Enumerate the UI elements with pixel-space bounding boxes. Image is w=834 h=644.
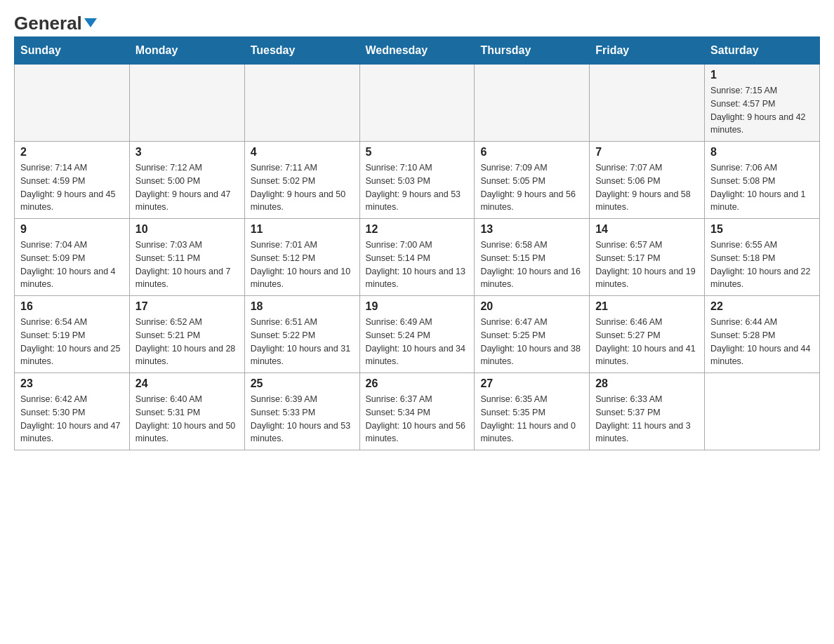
calendar-week-3: 9Sunrise: 7:04 AM Sunset: 5:09 PM Daylig… [15,219,820,296]
day-info: Sunrise: 6:42 AM Sunset: 5:30 PM Dayligh… [20,393,124,445]
calendar-cell: 9Sunrise: 7:04 AM Sunset: 5:09 PM Daylig… [15,219,130,296]
weekday-header-row: SundayMondayTuesdayWednesdayThursdayFrid… [15,37,820,65]
calendar-week-5: 23Sunrise: 6:42 AM Sunset: 5:30 PM Dayli… [15,373,820,450]
calendar-cell: 23Sunrise: 6:42 AM Sunset: 5:30 PM Dayli… [15,373,130,450]
calendar-cell: 28Sunrise: 6:33 AM Sunset: 5:37 PM Dayli… [590,373,705,450]
calendar-cell: 19Sunrise: 6:49 AM Sunset: 5:24 PM Dayli… [359,296,475,373]
logo-triangle-icon [84,18,97,27]
calendar-cell: 2Sunrise: 7:14 AM Sunset: 4:59 PM Daylig… [15,142,130,219]
day-info: Sunrise: 7:14 AM Sunset: 4:59 PM Dayligh… [20,161,124,214]
day-number: 17 [135,300,239,313]
calendar-cell [15,65,130,142]
calendar-cell [705,373,820,450]
calendar-cell [244,65,359,142]
day-info: Sunrise: 6:54 AM Sunset: 5:19 PM Dayligh… [20,316,124,368]
calendar-cell: 10Sunrise: 7:03 AM Sunset: 5:11 PM Dayli… [129,219,244,296]
calendar-cell: 13Sunrise: 6:58 AM Sunset: 5:15 PM Dayli… [475,219,590,296]
calendar-week-2: 2Sunrise: 7:14 AM Sunset: 4:59 PM Daylig… [15,142,820,219]
weekday-header-friday: Friday [590,37,705,65]
calendar-table: SundayMondayTuesdayWednesdayThursdayFrid… [14,36,820,450]
calendar-cell: 6Sunrise: 7:09 AM Sunset: 5:05 PM Daylig… [475,142,590,219]
day-info: Sunrise: 6:33 AM Sunset: 5:37 PM Dayligh… [595,393,699,445]
day-info: Sunrise: 6:58 AM Sunset: 5:15 PM Dayligh… [480,239,583,291]
day-number: 8 [710,146,814,159]
day-info: Sunrise: 7:07 AM Sunset: 5:06 PM Dayligh… [595,161,699,214]
logo: General [14,14,97,29]
day-number: 25 [251,377,354,390]
day-info: Sunrise: 7:11 AM Sunset: 5:02 PM Dayligh… [251,161,354,214]
logo-main-text: General [14,14,97,32]
calendar-cell: 17Sunrise: 6:52 AM Sunset: 5:21 PM Dayli… [129,296,244,373]
calendar-cell: 21Sunrise: 6:46 AM Sunset: 5:27 PM Dayli… [590,296,705,373]
calendar-cell: 14Sunrise: 6:57 AM Sunset: 5:17 PM Dayli… [590,219,705,296]
day-info: Sunrise: 6:40 AM Sunset: 5:31 PM Dayligh… [135,393,239,445]
calendar-cell: 20Sunrise: 6:47 AM Sunset: 5:25 PM Dayli… [475,296,590,373]
calendar-cell: 5Sunrise: 7:10 AM Sunset: 5:03 PM Daylig… [359,142,475,219]
day-number: 26 [366,377,469,390]
day-number: 22 [710,300,814,313]
day-number: 20 [480,300,583,313]
day-number: 10 [135,223,239,236]
day-info: Sunrise: 7:01 AM Sunset: 5:12 PM Dayligh… [251,239,354,291]
calendar-cell [475,65,590,142]
weekday-header-sunday: Sunday [15,37,130,65]
day-number: 7 [595,146,699,159]
day-number: 23 [20,377,124,390]
day-info: Sunrise: 7:09 AM Sunset: 5:05 PM Dayligh… [480,161,583,214]
calendar-cell: 22Sunrise: 6:44 AM Sunset: 5:28 PM Dayli… [705,296,820,373]
calendar-week-4: 16Sunrise: 6:54 AM Sunset: 5:19 PM Dayli… [15,296,820,373]
calendar-cell: 24Sunrise: 6:40 AM Sunset: 5:31 PM Dayli… [129,373,244,450]
day-number: 12 [366,223,469,236]
day-number: 18 [251,300,354,313]
day-info: Sunrise: 6:52 AM Sunset: 5:21 PM Dayligh… [135,316,239,368]
day-info: Sunrise: 7:03 AM Sunset: 5:11 PM Dayligh… [135,239,239,291]
calendar-cell: 18Sunrise: 6:51 AM Sunset: 5:22 PM Dayli… [244,296,359,373]
calendar-cell: 15Sunrise: 6:55 AM Sunset: 5:18 PM Dayli… [705,219,820,296]
day-number: 4 [251,146,354,159]
day-number: 3 [135,146,239,159]
calendar-week-1: 1Sunrise: 7:15 AM Sunset: 4:57 PM Daylig… [15,65,820,142]
day-number: 28 [595,377,699,390]
day-info: Sunrise: 7:00 AM Sunset: 5:14 PM Dayligh… [366,239,469,291]
calendar-cell [359,65,475,142]
day-number: 13 [480,223,583,236]
day-info: Sunrise: 6:35 AM Sunset: 5:35 PM Dayligh… [480,393,583,445]
day-info: Sunrise: 7:12 AM Sunset: 5:00 PM Dayligh… [135,161,239,214]
day-info: Sunrise: 6:55 AM Sunset: 5:18 PM Dayligh… [710,239,814,291]
day-number: 11 [251,223,354,236]
day-number: 14 [595,223,699,236]
day-number: 2 [20,146,124,159]
calendar-cell [590,65,705,142]
calendar-cell: 26Sunrise: 6:37 AM Sunset: 5:34 PM Dayli… [359,373,475,450]
weekday-header-monday: Monday [129,37,244,65]
day-info: Sunrise: 6:57 AM Sunset: 5:17 PM Dayligh… [595,239,699,291]
day-info: Sunrise: 6:49 AM Sunset: 5:24 PM Dayligh… [366,316,469,368]
day-info: Sunrise: 6:44 AM Sunset: 5:28 PM Dayligh… [710,316,814,368]
day-number: 15 [710,223,814,236]
day-info: Sunrise: 7:10 AM Sunset: 5:03 PM Dayligh… [366,161,469,214]
day-number: 27 [480,377,583,390]
calendar-cell: 27Sunrise: 6:35 AM Sunset: 5:35 PM Dayli… [475,373,590,450]
day-info: Sunrise: 6:39 AM Sunset: 5:33 PM Dayligh… [251,393,354,445]
day-number: 6 [480,146,583,159]
calendar-cell [129,65,244,142]
day-info: Sunrise: 6:37 AM Sunset: 5:34 PM Dayligh… [366,393,469,445]
day-number: 21 [595,300,699,313]
calendar-cell: 25Sunrise: 6:39 AM Sunset: 5:33 PM Dayli… [244,373,359,450]
day-number: 9 [20,223,124,236]
calendar-cell: 3Sunrise: 7:12 AM Sunset: 5:00 PM Daylig… [129,142,244,219]
calendar-cell: 7Sunrise: 7:07 AM Sunset: 5:06 PM Daylig… [590,142,705,219]
day-info: Sunrise: 7:06 AM Sunset: 5:08 PM Dayligh… [710,161,814,214]
calendar-cell: 12Sunrise: 7:00 AM Sunset: 5:14 PM Dayli… [359,219,475,296]
weekday-header-tuesday: Tuesday [244,37,359,65]
day-number: 19 [366,300,469,313]
day-number: 5 [366,146,469,159]
day-info: Sunrise: 7:04 AM Sunset: 5:09 PM Dayligh… [20,239,124,291]
day-number: 1 [710,69,814,81]
calendar-cell: 16Sunrise: 6:54 AM Sunset: 5:19 PM Dayli… [15,296,130,373]
calendar-cell: 8Sunrise: 7:06 AM Sunset: 5:08 PM Daylig… [705,142,820,219]
weekday-header-wednesday: Wednesday [359,37,475,65]
day-info: Sunrise: 6:47 AM Sunset: 5:25 PM Dayligh… [480,316,583,368]
page-header: General [14,14,820,29]
day-info: Sunrise: 6:46 AM Sunset: 5:27 PM Dayligh… [595,316,699,368]
